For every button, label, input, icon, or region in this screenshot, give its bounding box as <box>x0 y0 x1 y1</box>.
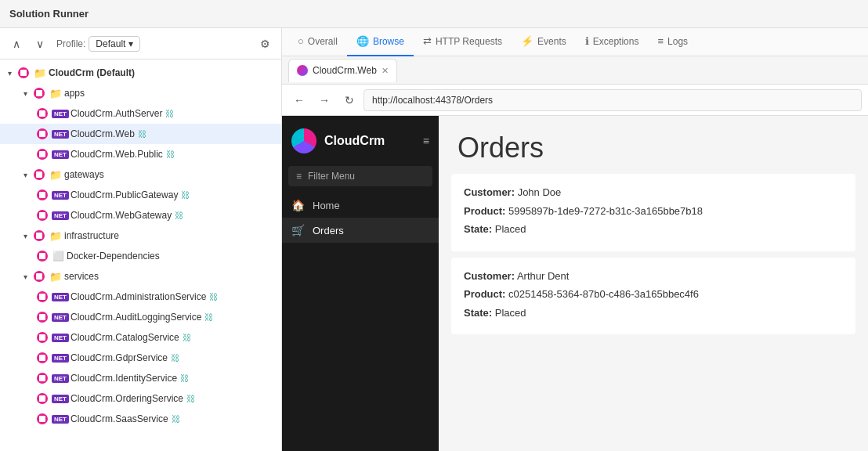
customer-value-2: Arthur Dent <box>517 270 569 282</box>
link-icon[interactable]: ⛓ <box>166 150 175 159</box>
tab-overall[interactable]: ○ Overall <box>288 28 347 56</box>
profile-label: Profile: <box>56 38 85 49</box>
tab-events[interactable]: ⚡ Events <box>512 28 576 56</box>
tree-item-web-public[interactable]: NET CloudCrm.Web.Public ⛓ <box>0 144 281 164</box>
link-icon[interactable]: ⛓ <box>186 394 195 403</box>
link-icon[interactable]: ⛓ <box>171 353 179 363</box>
sidebar-tree: ▾ 📁 CloudCrm (Default) ▾ 📁 apps NET Clou… <box>0 60 281 451</box>
app-logo-area: CloudCrm ≡ <box>282 116 439 166</box>
customer-field-2: Customer: Arthur Dent <box>464 269 843 284</box>
run-status-icon <box>37 251 48 262</box>
link-icon[interactable]: ⛓ <box>183 333 191 342</box>
close-icon[interactable]: ✕ <box>382 66 389 76</box>
refresh-icon: ↻ <box>345 94 354 106</box>
run-status-icon <box>37 352 48 363</box>
tree-item-authserver[interactable]: NET CloudCrm.AuthServer ⛓ <box>0 103 281 124</box>
tree-item-catalog[interactable]: NET CloudCrm.CatalogService ⛓ <box>0 327 281 348</box>
link-icon[interactable]: ⛓ <box>172 414 180 424</box>
tab-exceptions[interactable]: ℹ Exceptions <box>576 28 649 56</box>
tree-root[interactable]: ▾ 📁 CloudCrm (Default) <box>0 63 281 83</box>
net-badge: NET <box>52 191 69 200</box>
folder-icon: 📁 <box>49 271 62 283</box>
forward-button[interactable]: → <box>313 89 335 111</box>
tab-http[interactable]: ⇄ HTTP Requests <box>414 28 512 56</box>
nav-home[interactable]: 🏠 Home <box>282 193 439 218</box>
tree-item-auditlogging[interactable]: NET CloudCrm.AuditLoggingService ⛓ <box>0 307 281 327</box>
browser-container: CloudCrm.Web ✕ ← → ↻ <box>282 56 868 451</box>
tab-browse[interactable]: 🌐 Browse <box>347 28 414 56</box>
run-status-icon <box>37 393 48 404</box>
apps-group-label: apps <box>64 88 85 99</box>
item-label: CloudCrm.IdentityService <box>71 373 177 384</box>
app-logo <box>291 128 316 153</box>
run-status-icon <box>37 210 48 221</box>
hamburger-button[interactable]: ≡ <box>423 135 429 147</box>
folder-icon: 📁 <box>49 88 62 99</box>
tab-http-label: HTTP Requests <box>436 36 502 47</box>
tree-item-web[interactable]: NET CloudCrm.Web ⛓ <box>0 124 281 144</box>
customer-field-1: Customer: John Doe <box>464 185 843 200</box>
item-label: CloudCrm.SaasService <box>71 413 168 424</box>
tree-item-webgateway[interactable]: NET CloudCrm.WebGateway ⛓ <box>0 205 281 226</box>
expand-button[interactable]: ∨ <box>30 34 50 54</box>
link-icon[interactable]: ⛓ <box>204 312 213 322</box>
browser-content: CloudCrm ≡ ≡ Filter Menu 🏠 Home 🛒 Orders <box>282 116 868 451</box>
item-label: CloudCrm.GdprService <box>71 352 168 363</box>
order-card-2: Customer: Arthur Dent Product: c0251458-… <box>451 258 855 335</box>
tree-item-docker[interactable]: ⬜ Docker-Dependencies <box>0 246 281 266</box>
address-input[interactable] <box>363 89 862 111</box>
tree-item-publicgateway[interactable]: NET CloudCrm.PublicGateway ⛓ <box>0 185 281 205</box>
group-gateways[interactable]: ▾ 📁 gateways <box>0 164 281 185</box>
group-apps[interactable]: ▾ 📁 apps <box>0 83 281 103</box>
run-status-icon <box>34 271 45 282</box>
tab-logs[interactable]: ≡ Logs <box>648 28 697 56</box>
expand-icon: ∨ <box>36 38 44 50</box>
folder-icon: 📁 <box>34 67 46 79</box>
product-value-2: c0251458-5364-87b0-c486-3a165bbec4f6 <box>508 288 699 300</box>
run-status-icon <box>37 189 48 200</box>
item-label: CloudCrm.CatalogService <box>71 332 179 343</box>
product-field-1: Product: 5995897b-1de9-7272-b31c-3a165bb… <box>464 204 843 219</box>
run-status-icon <box>37 413 48 424</box>
home-icon: 🏠 <box>291 199 305 211</box>
settings-button[interactable]: ⚙ <box>255 34 275 54</box>
group-services[interactable]: ▾ 📁 services <box>0 266 281 287</box>
collapse-button[interactable]: ∧ <box>6 34 27 54</box>
net-badge: NET <box>52 293 69 301</box>
net-badge: NET <box>52 211 69 220</box>
refresh-button[interactable]: ↻ <box>338 89 360 111</box>
filter-menu[interactable]: ≡ Filter Menu <box>288 166 432 186</box>
tree-item-identity[interactable]: NET CloudCrm.IdentityService ⛓ <box>0 368 281 388</box>
link-icon[interactable]: ⛓ <box>175 211 183 220</box>
tree-item-gdpr[interactable]: NET CloudCrm.GdprService ⛓ <box>0 348 281 368</box>
nav-orders-label: Orders <box>313 225 344 236</box>
infrastructure-group-label: infrastructure <box>64 230 119 241</box>
run-status-icon <box>37 291 48 302</box>
order-card-1: Customer: John Doe Product: 5995897b-1de… <box>451 174 855 251</box>
app-sidebar: CloudCrm ≡ ≡ Filter Menu 🏠 Home 🛒 Orders <box>282 116 439 451</box>
app-header: Solution Runner <box>0 0 868 28</box>
back-button[interactable]: ← <box>288 89 310 111</box>
link-icon[interactable]: ⛓ <box>180 373 189 383</box>
group-infrastructure[interactable]: ▾ 📁 infrastructure <box>0 226 281 246</box>
gateways-group-label: gateways <box>64 169 104 180</box>
tree-item-ordering[interactable]: NET CloudCrm.OrderingService ⛓ <box>0 388 281 409</box>
link-icon[interactable]: ⛓ <box>181 190 190 200</box>
item-label: CloudCrm.Web <box>71 128 135 139</box>
collapse-icon: ∧ <box>13 38 20 50</box>
nav-orders[interactable]: 🛒 Orders <box>282 218 439 243</box>
link-icon[interactable]: ⛓ <box>209 292 218 301</box>
profile-dropdown[interactable]: Default ▾ <box>89 36 140 52</box>
state-field-2: State: Placed <box>464 305 843 321</box>
run-status-icon <box>37 312 48 323</box>
events-icon: ⚡ <box>521 35 533 47</box>
link-icon[interactable]: ⛓ <box>165 109 174 118</box>
link-icon[interactable]: ⛓ <box>138 129 146 139</box>
item-label: CloudCrm.AuditLoggingService <box>71 312 201 323</box>
net-badge: NET <box>52 354 69 363</box>
tree-item-administration[interactable]: NET CloudCrm.AdministrationService ⛓ <box>0 287 281 307</box>
browser-tab[interactable]: CloudCrm.Web ✕ <box>288 59 397 82</box>
tab-logs-label: Logs <box>667 36 688 47</box>
tree-item-saas[interactable]: NET CloudCrm.SaasService ⛓ <box>0 409 281 429</box>
nav-home-label: Home <box>313 200 340 211</box>
